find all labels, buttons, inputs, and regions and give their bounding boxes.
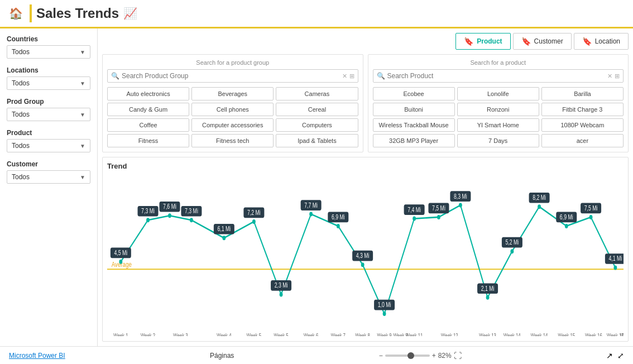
product-item[interactable]: Ronzoni xyxy=(457,103,539,116)
zoom-slider[interactable] xyxy=(385,355,430,357)
product-item[interactable]: Wireless Trackball Mouse xyxy=(373,118,455,132)
product-group-search-input[interactable] xyxy=(122,72,342,80)
product-item[interactable]: Barilla xyxy=(541,87,624,100)
product-group-item[interactable]: Cereal xyxy=(276,103,358,116)
svg-text:Week 18: Week 18 xyxy=(620,333,624,336)
product-group-item[interactable]: Auto electronics xyxy=(107,87,189,100)
product-item[interactable]: Buitoni xyxy=(373,103,455,116)
chevron-down-icon: ▼ xyxy=(80,143,85,149)
svg-point-50 xyxy=(538,204,541,209)
svg-text:4,3 Mi: 4,3 Mi xyxy=(356,252,370,260)
svg-text:7,3 Mi: 7,3 Mi xyxy=(141,208,155,215)
zoom-minus-icon[interactable]: − xyxy=(379,352,383,360)
bookmark-icon: 🔖 xyxy=(521,37,531,46)
svg-text:7,3 Mi: 7,3 Mi xyxy=(185,208,198,215)
product-group-item[interactable]: Fitness tech xyxy=(191,134,274,147)
search-panels: Search for a product group 🔍 ✕ ⊞ Auto el… xyxy=(102,54,629,152)
product-item[interactable]: acer xyxy=(541,134,624,147)
title-bar: Sales Trends 📈 xyxy=(30,4,137,22)
product-item[interactable]: Ecobee xyxy=(373,87,455,100)
countries-select[interactable]: Todos ▼ xyxy=(7,45,90,59)
product-item[interactable]: Fitbit Charge 3 xyxy=(541,103,624,116)
svg-point-2 xyxy=(119,260,122,264)
bottom-bar: Microsoft Power BI Páginas − + 82% ⛶ ↗ ⤢ xyxy=(0,346,633,364)
prod-group-value: Todos xyxy=(12,111,30,118)
svg-text:6,9 Mi: 6,9 Mi xyxy=(332,214,345,221)
svg-text:7,5 Mi: 7,5 Mi xyxy=(584,205,598,212)
main-content: 🔖 Product 🔖 Customer 🔖 Location Search f… xyxy=(98,28,633,346)
product-item[interactable]: 1080P Webcam xyxy=(541,118,624,132)
product-group-item[interactable]: Cameras xyxy=(276,87,358,100)
product-group-item[interactable]: Computers xyxy=(276,118,358,132)
locations-select[interactable]: Todos ▼ xyxy=(7,76,90,90)
product-search-input[interactable] xyxy=(387,72,608,80)
product-item[interactable]: Lonolife xyxy=(457,87,539,100)
svg-text:7,4 Mi: 7,4 Mi xyxy=(407,206,421,213)
share-icon[interactable]: ↗ xyxy=(606,351,613,360)
svg-point-26 xyxy=(337,224,340,228)
svg-text:7,7 Mi: 7,7 Mi xyxy=(304,202,318,209)
filter-locations: Locations Todos ▼ xyxy=(7,66,90,90)
product-item[interactable]: YI Smart Home xyxy=(457,118,539,132)
tab-product[interactable]: 🔖 Product xyxy=(455,33,510,50)
svg-text:4,5 Mi: 4,5 Mi xyxy=(114,250,127,257)
prod-group-select[interactable]: Todos ▼ xyxy=(7,108,90,121)
product-group-item[interactable]: Cell phones xyxy=(191,103,274,116)
clear-icon[interactable]: ✕ xyxy=(342,73,347,80)
svg-point-23 xyxy=(309,212,313,217)
home-icon[interactable]: 🏠 xyxy=(9,7,23,20)
product-item[interactable]: 32GB MP3 Player xyxy=(373,134,455,147)
product-group-item[interactable]: Fitness xyxy=(107,134,189,147)
svg-point-8 xyxy=(168,213,171,218)
powerbi-link[interactable]: Microsoft Power BI xyxy=(9,352,65,360)
svg-text:Week 5: Week 5 xyxy=(247,333,261,336)
bottom-icons: ↗ ⤢ xyxy=(606,351,624,360)
clear-icon[interactable]: ✕ xyxy=(607,73,612,80)
customer-select[interactable]: Todos ▼ xyxy=(7,170,90,184)
svg-text:Week 14: Week 14 xyxy=(531,333,548,336)
expand-icon[interactable]: ⤢ xyxy=(617,351,624,360)
locations-value: Todos xyxy=(12,79,30,87)
chevron-down-icon: ▼ xyxy=(80,80,85,87)
bookmark-icon: 🔖 xyxy=(582,37,592,46)
grid-icon[interactable]: ⊞ xyxy=(349,73,354,80)
svg-text:5,2 Mi: 5,2 Mi xyxy=(505,239,519,246)
customer-value: Todos xyxy=(12,173,30,181)
product-group-search-row: 🔍 ✕ ⊞ xyxy=(107,69,358,83)
fullscreen-icon[interactable]: ⛶ xyxy=(454,351,462,360)
trend-chart-svg: Average 4,5 Mi7,3 Mi7,6 Mi7,3 Mi6,1 Mi7,… xyxy=(107,173,624,336)
svg-point-32 xyxy=(383,312,386,316)
chevron-down-icon: ▼ xyxy=(80,174,85,180)
content-area: Countries Todos ▼ Locations Todos ▼ Prod… xyxy=(0,28,633,346)
search-icon: 🔍 xyxy=(111,72,119,80)
product-group-item[interactable]: Candy & Gum xyxy=(107,103,189,116)
svg-point-56 xyxy=(589,215,593,219)
svg-point-47 xyxy=(510,249,514,253)
product-select[interactable]: Todos ▼ xyxy=(7,139,90,152)
product-group-item[interactable]: Coffee xyxy=(107,118,189,132)
product-panel-title: Search for a product xyxy=(373,59,624,66)
zoom-plus-icon[interactable]: + xyxy=(432,352,436,360)
countries-label: Countries xyxy=(7,35,90,43)
product-group-grid: Auto electronicsBeveragesCamerasCandy & … xyxy=(107,87,358,147)
product-group-item[interactable]: Ipad & Tablets xyxy=(276,134,358,147)
tab-location[interactable]: 🔖 Location xyxy=(574,33,629,50)
chart-area: Trend Average 4,5 Mi7,3 Mi7,6 Mi7,3 Mi6,… xyxy=(102,157,629,342)
svg-text:Week 3: Week 3 xyxy=(173,333,188,336)
svg-text:Week 14: Week 14 xyxy=(503,333,521,336)
svg-point-53 xyxy=(565,224,568,228)
svg-point-11 xyxy=(190,218,193,222)
product-item[interactable]: 7 Days xyxy=(457,134,539,147)
svg-point-38 xyxy=(437,215,440,219)
filter-product: Product Todos ▼ xyxy=(7,129,90,152)
tab-location-label: Location xyxy=(595,37,620,45)
product-value: Todos xyxy=(12,142,30,150)
svg-text:Week 12: Week 12 xyxy=(441,333,458,336)
tab-customer[interactable]: 🔖 Customer xyxy=(513,33,572,50)
svg-text:7,2 Mi: 7,2 Mi xyxy=(247,209,261,217)
search-action-icons2: ✕ ⊞ xyxy=(607,73,620,80)
product-group-item[interactable]: Beverages xyxy=(191,87,274,100)
grid-icon[interactable]: ⊞ xyxy=(615,73,620,80)
product-group-item[interactable]: Computer accessories xyxy=(191,118,274,132)
svg-text:4,1 Mi: 4,1 Mi xyxy=(608,255,622,262)
